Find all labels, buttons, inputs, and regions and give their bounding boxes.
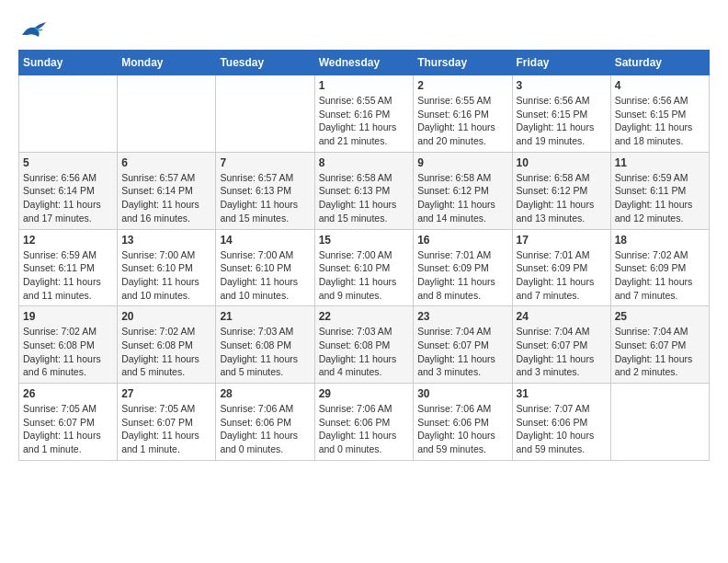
logo-bird-icon [20,18,48,40]
calendar-cell: 24Sunrise: 7:04 AM Sunset: 6:07 PM Dayli… [512,306,610,384]
calendar-cell: 22Sunrise: 7:03 AM Sunset: 6:08 PM Dayli… [314,306,414,384]
calendar-cell: 29Sunrise: 7:06 AM Sunset: 6:06 PM Dayli… [314,384,414,461]
day-number: 1 [319,79,410,92]
weekday-header-thursday: Thursday [414,51,512,75]
calendar-cell: 6Sunrise: 6:57 AM Sunset: 6:14 PM Daylig… [118,152,216,229]
calendar-cell: 8Sunrise: 6:58 AM Sunset: 6:13 PM Daylig… [314,152,414,229]
calendar-cell: 12Sunrise: 6:59 AM Sunset: 6:11 PM Dayli… [19,229,118,306]
day-number: 27 [121,387,211,400]
day-content: Sunrise: 7:07 AM Sunset: 6:06 PM Dayligh… [517,402,607,456]
day-content: Sunrise: 7:04 AM Sunset: 6:07 PM Dayligh… [417,325,507,379]
day-content: Sunrise: 6:58 AM Sunset: 6:12 PM Dayligh… [417,171,507,225]
day-number: 24 [517,310,607,323]
day-content: Sunrise: 6:56 AM Sunset: 6:15 PM Dayligh… [517,94,607,148]
calendar-week-row: 12Sunrise: 6:59 AM Sunset: 6:11 PM Dayli… [19,229,710,306]
day-number: 15 [319,234,410,247]
day-content: Sunrise: 7:02 AM Sunset: 6:09 PM Dayligh… [615,248,705,303]
calendar-table: SundayMondayTuesdayWednesdayThursdayFrid… [18,50,710,461]
day-content: Sunrise: 7:04 AM Sunset: 6:07 PM Dayligh… [615,325,705,379]
weekday-header-row: SundayMondayTuesdayWednesdayThursdayFrid… [19,51,710,75]
day-number: 6 [121,156,211,169]
day-number: 4 [615,79,705,92]
day-content: Sunrise: 6:59 AM Sunset: 6:11 PM Dayligh… [615,171,705,225]
calendar-cell [610,384,709,461]
day-content: Sunrise: 7:03 AM Sunset: 6:08 PM Dayligh… [319,325,410,379]
day-content: Sunrise: 7:04 AM Sunset: 6:07 PM Dayligh… [517,325,607,379]
calendar-cell: 3Sunrise: 6:56 AM Sunset: 6:15 PM Daylig… [512,75,610,153]
weekday-header-tuesday: Tuesday [216,51,314,75]
day-number: 5 [23,156,113,169]
calendar-cell: 19Sunrise: 7:02 AM Sunset: 6:08 PM Dayli… [19,306,118,384]
day-content: Sunrise: 7:06 AM Sunset: 6:06 PM Dayligh… [220,402,310,456]
day-number: 19 [23,310,113,323]
weekday-header-monday: Monday [118,51,216,75]
weekday-header-sunday: Sunday [19,51,118,75]
day-content: Sunrise: 6:57 AM Sunset: 6:13 PM Dayligh… [220,171,310,225]
weekday-header-saturday: Saturday [610,51,709,75]
day-content: Sunrise: 7:06 AM Sunset: 6:06 PM Dayligh… [319,402,410,456]
weekday-header-wednesday: Wednesday [314,51,414,75]
day-number: 7 [220,156,310,169]
calendar-cell: 31Sunrise: 7:07 AM Sunset: 6:06 PM Dayli… [512,384,610,461]
calendar-cell: 2Sunrise: 6:55 AM Sunset: 6:16 PM Daylig… [414,75,512,153]
day-number: 14 [220,234,310,247]
day-number: 13 [121,234,211,247]
day-content: Sunrise: 6:56 AM Sunset: 6:14 PM Dayligh… [23,171,113,225]
calendar-cell: 30Sunrise: 7:06 AM Sunset: 6:06 PM Dayli… [414,384,512,461]
day-number: 20 [121,310,211,323]
logo [18,18,48,40]
calendar-body: 1Sunrise: 6:55 AM Sunset: 6:16 PM Daylig… [19,75,710,461]
day-number: 9 [417,156,507,169]
day-number: 31 [517,387,607,400]
calendar-cell [216,75,314,153]
day-content: Sunrise: 7:00 AM Sunset: 6:10 PM Dayligh… [121,248,211,303]
calendar-cell: 16Sunrise: 7:01 AM Sunset: 6:09 PM Dayli… [414,229,512,306]
day-content: Sunrise: 7:03 AM Sunset: 6:08 PM Dayligh… [220,325,310,379]
calendar-week-row: 1Sunrise: 6:55 AM Sunset: 6:16 PM Daylig… [19,75,710,153]
calendar-cell: 18Sunrise: 7:02 AM Sunset: 6:09 PM Dayli… [610,229,709,306]
calendar-cell: 23Sunrise: 7:04 AM Sunset: 6:07 PM Dayli… [414,306,512,384]
calendar-cell: 13Sunrise: 7:00 AM Sunset: 6:10 PM Dayli… [118,229,216,306]
day-number: 12 [23,234,113,247]
day-number: 11 [615,156,705,169]
page-header [18,18,710,40]
calendar-cell: 26Sunrise: 7:05 AM Sunset: 6:07 PM Dayli… [19,384,118,461]
calendar-cell [19,75,118,153]
calendar-cell: 1Sunrise: 6:55 AM Sunset: 6:16 PM Daylig… [314,75,414,153]
calendar-cell: 17Sunrise: 7:01 AM Sunset: 6:09 PM Dayli… [512,229,610,306]
day-number: 29 [319,387,410,400]
weekday-header-friday: Friday [512,51,610,75]
day-content: Sunrise: 7:05 AM Sunset: 6:07 PM Dayligh… [121,402,211,456]
day-number: 18 [615,234,705,247]
day-number: 28 [220,387,310,400]
day-number: 10 [517,156,607,169]
day-content: Sunrise: 7:01 AM Sunset: 6:09 PM Dayligh… [417,248,507,303]
day-content: Sunrise: 6:58 AM Sunset: 6:13 PM Dayligh… [319,171,410,225]
day-number: 16 [417,234,507,247]
day-content: Sunrise: 7:00 AM Sunset: 6:10 PM Dayligh… [319,248,410,303]
day-number: 25 [615,310,705,323]
calendar-cell: 11Sunrise: 6:59 AM Sunset: 6:11 PM Dayli… [610,152,709,229]
calendar-cell: 20Sunrise: 7:02 AM Sunset: 6:08 PM Dayli… [118,306,216,384]
calendar-header: SundayMondayTuesdayWednesdayThursdayFrid… [19,51,710,75]
calendar-cell: 27Sunrise: 7:05 AM Sunset: 6:07 PM Dayli… [118,384,216,461]
day-content: Sunrise: 7:06 AM Sunset: 6:06 PM Dayligh… [417,402,507,456]
calendar-cell: 14Sunrise: 7:00 AM Sunset: 6:10 PM Dayli… [216,229,314,306]
calendar-week-row: 19Sunrise: 7:02 AM Sunset: 6:08 PM Dayli… [19,306,710,384]
day-content: Sunrise: 7:00 AM Sunset: 6:10 PM Dayligh… [220,248,310,303]
day-number: 22 [319,310,410,323]
day-number: 21 [220,310,310,323]
calendar-cell: 5Sunrise: 6:56 AM Sunset: 6:14 PM Daylig… [19,152,118,229]
day-content: Sunrise: 7:01 AM Sunset: 6:09 PM Dayligh… [517,248,607,303]
calendar-cell: 7Sunrise: 6:57 AM Sunset: 6:13 PM Daylig… [216,152,314,229]
day-number: 8 [319,156,410,169]
calendar-week-row: 5Sunrise: 6:56 AM Sunset: 6:14 PM Daylig… [19,152,710,229]
day-content: Sunrise: 6:55 AM Sunset: 6:16 PM Dayligh… [319,94,410,148]
day-number: 23 [417,310,507,323]
day-number: 26 [23,387,113,400]
day-content: Sunrise: 6:56 AM Sunset: 6:15 PM Dayligh… [615,94,705,148]
day-number: 2 [417,79,507,92]
calendar-cell: 9Sunrise: 6:58 AM Sunset: 6:12 PM Daylig… [414,152,512,229]
day-content: Sunrise: 6:58 AM Sunset: 6:12 PM Dayligh… [517,171,607,225]
calendar-cell: 10Sunrise: 6:58 AM Sunset: 6:12 PM Dayli… [512,152,610,229]
